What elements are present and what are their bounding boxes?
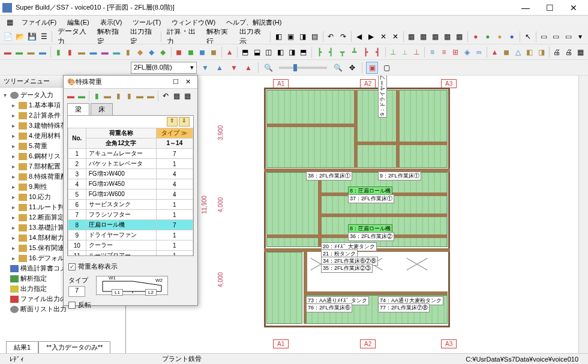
el12[interactable]: ◆ [134,46,145,58]
cancel2-icon[interactable]: ✕ [390,31,401,43]
minimize-button[interactable]: — [514,1,538,15]
dot3-icon[interactable]: ● [494,31,505,43]
dt1[interactable]: ▬ [66,91,76,101]
open-icon[interactable]: 📂 [14,31,25,43]
grid1-icon[interactable]: ▦ [406,31,417,43]
layer-a[interactable]: ▼ [228,62,240,74]
menu-edit[interactable]: 編集(E) [62,17,94,28]
el9[interactable]: ▬ [100,46,110,58]
table-row[interactable]: 10クーラー1 [68,240,193,251]
type-value[interactable]: 7 [68,286,85,297]
show-output-button[interactable]: 出力表示 [236,31,268,43]
dt7[interactable]: ▬ [135,91,145,101]
t1[interactable]: ┣ [314,46,324,58]
next-icon[interactable]: ▶ [366,31,377,43]
layer-select[interactable]: 2FL層(8.0階)▾ [131,62,197,74]
tab-floor[interactable]: 床 [91,103,113,115]
grid4-icon[interactable]: ▦ [442,31,453,43]
el5[interactable]: ▮ [53,46,63,58]
table-row[interactable]: 8圧扁ロール機7 [68,220,193,230]
zoom-out-icon[interactable]: 🔍 [262,62,274,74]
row-down-button[interactable]: ⇩ [179,117,190,127]
tb-d[interactable]: ▤ [309,31,320,43]
sq4[interactable]: ◼ [209,46,219,58]
el2[interactable]: ▬ [14,46,24,58]
print2-icon[interactable]: 🖨 [563,46,574,58]
t4[interactable]: ┻ [349,46,359,58]
m4[interactable]: ◧ [524,46,535,58]
m3[interactable]: △ [513,46,523,58]
data-input-button[interactable]: データ入力 [55,31,93,43]
grid5-icon[interactable]: ▦ [454,31,465,43]
app-menu-icon[interactable]: ▦ [4,16,16,28]
h1[interactable]: ≡ [427,46,437,58]
el14[interactable]: ◆ [158,46,168,58]
dialog-grid[interactable]: ⇧ ⇩ No. 荷重名称 タイプ ≫ 全角12文字 1～14 1アキュームレータ… [67,115,194,256]
table-row[interactable]: 2バケットエレベータ1 [68,159,193,169]
w1-icon[interactable]: ▭ [539,31,550,43]
t2[interactable]: ┫ [326,46,336,58]
tb-c[interactable]: ◨ [297,31,308,43]
output-spec-button[interactable]: 出力指定 [127,31,159,43]
w2-icon[interactable]: ▭ [551,31,562,43]
el4[interactable]: ▬ [37,46,47,58]
save-icon[interactable]: 💾 [26,31,37,43]
el3[interactable]: ▬ [26,46,36,58]
el8[interactable]: ▬ [88,46,98,58]
zoom-in-icon[interactable]: 🔍 [332,62,344,74]
cursor-icon[interactable]: ↖ [523,31,533,43]
table-row[interactable]: 7フラシソフター1 [68,210,193,220]
table-row[interactable]: 5FG増ｺﾝW6004 [68,189,193,200]
chk-showname[interactable]: ✓荷重名称表示 [68,262,118,271]
m6[interactable]: ▦ [575,46,585,58]
t6[interactable]: ┫ [372,46,382,58]
s3[interactable]: ◫ [263,46,274,58]
t5[interactable]: ┣ [361,46,371,58]
dt3[interactable]: ▮ [92,91,101,101]
dt9[interactable]: ▦ [172,91,181,101]
s5[interactable]: ◨ [287,46,297,58]
dt-undo[interactable]: ↶ [161,91,170,101]
el7[interactable]: ▬ [76,46,86,58]
m1[interactable]: ▲ [490,46,500,58]
new-icon[interactable]: 📄 [2,31,13,43]
col-type[interactable]: タイプ ≫ [156,128,193,139]
cancel-icon[interactable]: ✕ [378,31,389,43]
m2[interactable]: ◼ [501,46,511,58]
table-row[interactable]: 11ルーツブロアー1 [68,251,193,257]
close-button[interactable]: ✕ [562,1,586,15]
s2[interactable]: ⬓ [252,46,262,58]
menu-caret-icon[interactable]: ▾ [575,31,586,43]
table-row[interactable]: 3FG増ｺﾝW4004 [68,169,193,179]
sq1[interactable]: ◼ [173,46,184,58]
s4[interactable]: ◧ [275,46,285,58]
el10[interactable]: ▬ [112,46,122,58]
zoom-slider[interactable] [279,67,327,69]
menu-file[interactable]: ファイル(F) [17,17,61,28]
tb-a[interactable]: ◧ [273,31,284,43]
calc-output-button[interactable]: 計算・出力 [164,31,202,43]
table-row[interactable]: 6サービスタンク1 [68,200,193,210]
p1[interactable]: ⊥ [388,46,398,58]
dt6[interactable]: ▮ [124,91,134,101]
tab-inputonly[interactable]: **入力データのみ** [38,341,110,354]
dot1-icon[interactable]: ● [470,31,481,43]
menu-tool[interactable]: ツール(T) [128,17,166,28]
undo-icon[interactable]: ↶ [325,31,336,43]
s1[interactable]: ⬒ [240,46,250,58]
dot4-icon[interactable]: ● [506,31,517,43]
p2[interactable]: ⟂ [400,46,410,58]
layer-b[interactable]: ▲ [242,62,254,74]
row-up-button[interactable]: ⇧ [167,117,178,127]
h2[interactable]: ≡ [439,46,449,58]
run-analysis-button[interactable]: 解析実行 [203,31,235,43]
link-icon[interactable]: ∞ [473,46,484,58]
m5[interactable]: ◨ [536,46,546,58]
mode2-icon[interactable]: ▢ [380,62,392,74]
el13[interactable]: ◆ [146,46,157,58]
tab-beam[interactable]: 梁 [67,103,89,115]
h4[interactable]: ◈ [462,46,472,58]
dt4[interactable]: ▬ [103,91,112,101]
dt8[interactable]: ▬ [146,91,155,101]
w3-icon[interactable]: ▭ [563,31,574,43]
